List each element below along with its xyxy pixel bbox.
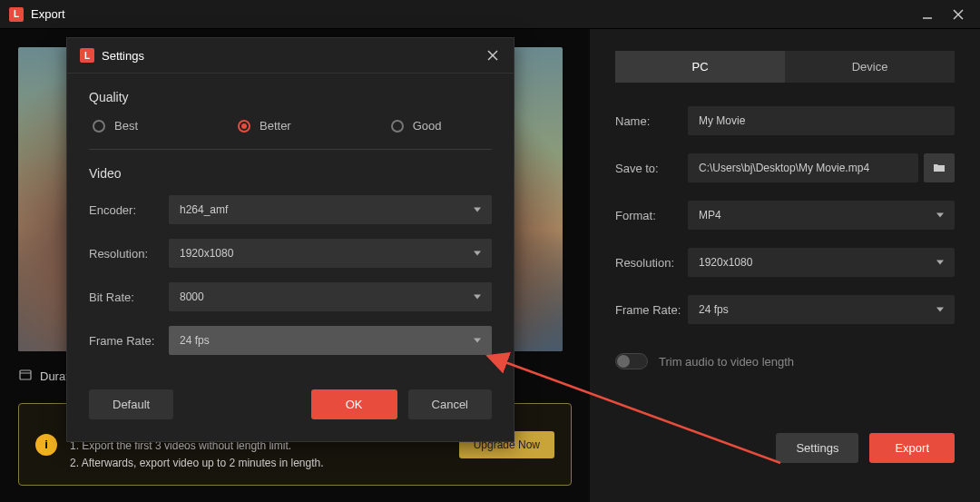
modal-framerate-label: Frame Rate: — [89, 334, 169, 348]
svg-rect-3 — [20, 370, 31, 379]
quality-good-radio[interactable]: Good — [391, 119, 442, 133]
limitations-line-2: 2. Afterwards, export video up to 2 minu… — [70, 455, 446, 472]
trim-audio-label: Trim audio to video length — [659, 355, 794, 369]
titlebar: L Export — [0, 0, 980, 29]
resolution-label: Resolution: — [615, 256, 688, 270]
modal-resolution-label: Resolution: — [89, 247, 169, 261]
name-input[interactable] — [688, 106, 955, 135]
duration-icon — [18, 368, 33, 385]
browse-folder-button[interactable] — [924, 153, 955, 182]
export-button[interactable]: Export — [869, 433, 955, 463]
info-icon: i — [35, 434, 57, 456]
resolution-select[interactable]: 1920x1080 — [688, 248, 955, 277]
tab-device[interactable]: Device — [785, 51, 955, 83]
trim-audio-toggle[interactable] — [615, 353, 648, 369]
encoder-label: Encoder: — [89, 203, 169, 217]
format-select[interactable]: MP4 — [688, 201, 955, 230]
app-icon: L — [9, 7, 24, 22]
saveto-input[interactable] — [688, 153, 918, 182]
format-label: Format: — [615, 209, 688, 222]
bitrate-label: Bit Rate: — [89, 290, 169, 304]
window-title: Export — [31, 7, 920, 21]
video-section-title: Video — [89, 166, 492, 181]
cancel-button[interactable]: Cancel — [408, 389, 492, 419]
minimize-button[interactable] — [920, 7, 935, 22]
settings-button[interactable]: Settings — [776, 433, 858, 463]
settings-modal: L Settings Quality Best Better Good Vide… — [66, 37, 514, 442]
quality-section-title: Quality — [89, 90, 492, 104]
modal-framerate-select[interactable]: 24 fps — [169, 326, 492, 355]
close-button[interactable] — [951, 7, 965, 22]
modal-close-button[interactable] — [485, 47, 501, 64]
modal-title: Settings — [102, 49, 485, 63]
quality-better-radio[interactable]: Better — [238, 119, 291, 133]
saveto-label: Save to: — [615, 162, 688, 175]
tab-pc[interactable]: PC — [615, 51, 785, 83]
encoder-select[interactable]: h264_amf — [169, 195, 492, 224]
framerate-select[interactable]: 24 fps — [688, 295, 955, 324]
framerate-label: Frame Rate: — [615, 303, 688, 317]
quality-best-radio[interactable]: Best — [93, 119, 138, 133]
modal-resolution-select[interactable]: 1920x1080 — [169, 239, 492, 268]
modal-app-icon: L — [80, 48, 94, 63]
name-label: Name: — [615, 114, 688, 128]
ok-button[interactable]: OK — [311, 389, 397, 419]
right-panel: PC Device Name: Save to: Format: MP4 Res… — [590, 29, 980, 502]
default-button[interactable]: Default — [89, 389, 173, 419]
bitrate-select[interactable]: 8000 — [169, 282, 492, 311]
